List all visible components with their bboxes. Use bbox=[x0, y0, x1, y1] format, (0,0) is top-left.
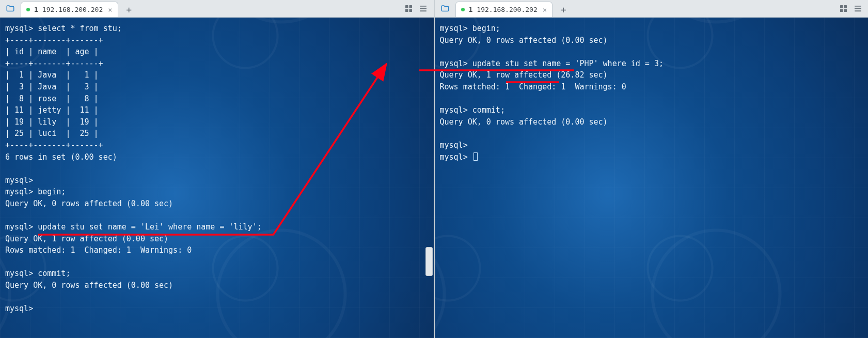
menu-icon[interactable] bbox=[418, 3, 429, 13]
tabbar-left: 1 192.168.200.202 × + bbox=[0, 0, 434, 18]
svg-rect-7 bbox=[840, 5, 843, 8]
svg-rect-2 bbox=[405, 9, 408, 12]
tab-session-1-right[interactable]: 1 192.168.200.202 × bbox=[455, 2, 553, 17]
status-dot-icon bbox=[26, 8, 30, 11]
tab-number: 1 bbox=[34, 6, 38, 13]
terminal-output: mysql> select * from stu; +----+-------+… bbox=[5, 23, 429, 315]
close-icon[interactable]: × bbox=[542, 6, 548, 14]
grid-icon[interactable] bbox=[838, 3, 848, 13]
tab-title: 192.168.200.202 bbox=[477, 6, 537, 13]
svg-rect-1 bbox=[409, 5, 412, 8]
svg-rect-4 bbox=[420, 5, 427, 6]
tab-number: 1 bbox=[469, 6, 473, 13]
tab-session-1-left[interactable]: 1 192.168.200.202 × bbox=[21, 2, 118, 17]
add-tab-button[interactable]: + bbox=[557, 3, 570, 16]
add-tab-button[interactable]: + bbox=[122, 3, 136, 16]
right-pane: 1 192.168.200.202 × + mysql> begin; Quer… bbox=[435, 0, 869, 338]
left-pane: 1 192.168.200.202 × + mysql> select * fr… bbox=[0, 0, 435, 338]
svg-rect-6 bbox=[420, 10, 427, 11]
split-panes: 1 192.168.200.202 × + mysql> select * fr… bbox=[0, 0, 868, 338]
terminal-output: mysql> begin; Query OK, 0 rows affected … bbox=[440, 23, 863, 163]
folder-icon[interactable] bbox=[438, 2, 452, 16]
close-icon[interactable]: × bbox=[107, 6, 113, 14]
menu-icon[interactable] bbox=[853, 3, 863, 13]
grid-icon[interactable] bbox=[404, 3, 414, 13]
tabbar-right-icons bbox=[838, 3, 863, 13]
terminal-right[interactable]: mysql> begin; Query OK, 0 rows affected … bbox=[435, 18, 869, 338]
svg-rect-10 bbox=[844, 9, 847, 12]
tabbar-right: 1 192.168.200.202 × + bbox=[435, 0, 869, 18]
svg-rect-11 bbox=[854, 5, 861, 6]
svg-rect-0 bbox=[405, 5, 408, 8]
terminal-left[interactable]: mysql> select * from stu; +----+-------+… bbox=[0, 18, 434, 338]
status-dot-icon bbox=[461, 8, 465, 11]
svg-rect-8 bbox=[844, 5, 847, 8]
svg-rect-3 bbox=[409, 9, 412, 12]
folder-icon[interactable] bbox=[3, 2, 18, 16]
svg-rect-9 bbox=[840, 9, 843, 12]
tabbar-right-icons bbox=[404, 3, 429, 13]
tab-title: 192.168.200.202 bbox=[42, 6, 103, 13]
svg-rect-13 bbox=[854, 10, 861, 11]
svg-rect-12 bbox=[854, 8, 861, 9]
svg-rect-5 bbox=[420, 8, 427, 9]
